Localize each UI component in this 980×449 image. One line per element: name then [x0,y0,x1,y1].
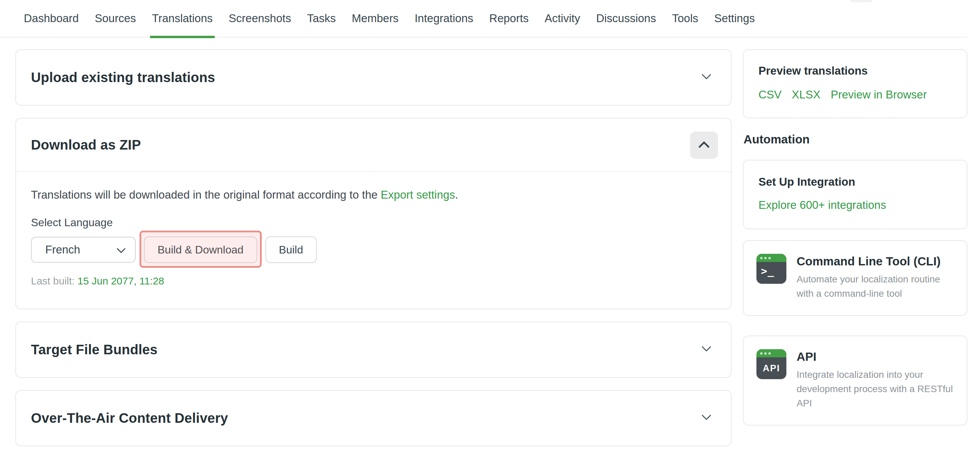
terminal-titlebar [756,254,786,262]
terminal-dot [768,257,771,259]
translations-page: { "nav": { "items": ["Dashboard", "Sourc… [0,0,980,449]
terminal-dot [760,257,762,259]
xlsx-link[interactable]: XLSX [792,88,821,101]
cli-card[interactable]: >_ Command Line Tool (CLI) Automate your… [743,240,967,316]
page-content: Upload existing translations Download as… [0,37,980,449]
chevron-down-icon [702,346,711,353]
project-nav: Dashboard Sources Translations Screensho… [0,0,967,37]
download-zip-header[interactable]: Download as ZIP [16,118,731,172]
main-column: Upload existing translations Download as… [15,50,732,449]
explore-integrations-link[interactable]: Explore 600+ integrations [759,199,886,212]
csv-link[interactable]: CSV [759,88,782,101]
language-select[interactable]: French [31,237,136,263]
nav-item-tasks[interactable]: Tasks [307,0,336,37]
download-zip-panel: Download as ZIP Translations will be dow… [15,118,732,309]
last-built-label: Last built: [31,275,75,286]
nav-item-integrations[interactable]: Integrations [414,0,473,37]
terminal-cli-icon: >_ [756,254,786,284]
upload-panel-title: Upload existing translations [31,70,215,85]
terminal-api-icon: API [756,349,786,379]
chevron-up-icon [698,141,710,149]
collapse-toggle-button[interactable] [690,131,718,159]
build-controls-row: French Build & Download Build [31,236,716,263]
download-description: Translations will be downloaded in the o… [31,189,716,201]
preview-in-browser-link[interactable]: Preview in Browser [830,88,927,101]
build-download-annotated-area: Build & Download [144,236,257,263]
api-icon-label: API [756,357,786,379]
upload-translations-panel[interactable]: Upload existing translations [15,50,732,105]
terminal-dot [768,352,771,355]
sidebar: Preview translations CSV XLSX Preview in… [743,50,967,449]
nav-item-settings[interactable]: Settings [714,0,755,37]
nav-item-reports[interactable]: Reports [489,0,529,37]
chevron-down-icon [702,415,711,422]
preview-translations-card: Preview translations CSV XLSX Preview in… [743,50,967,118]
last-built-status: Last built: 15 Jun 2077, 11:28 [31,275,716,287]
select-language-label: Select Language [31,216,716,229]
preview-translations-title: Preview translations [759,64,952,77]
ota-content-delivery-title: Over-The-Air Content Delivery [31,411,228,426]
nav-item-dashboard[interactable]: Dashboard [24,0,79,37]
automation-heading: Automation [743,133,967,146]
last-built-date: 15 Jun 2077, 11:28 [78,275,164,286]
download-zip-body: Translations will be downloaded in the o… [16,172,731,308]
nav-item-translations[interactable]: Translations [152,0,213,37]
build-button[interactable]: Build [266,236,317,263]
terminal-titlebar [756,349,786,357]
download-description-text: Translations will be downloaded in the o… [31,189,381,201]
top-edge-artifact [850,0,872,2]
preview-links-row: CSV XLSX Preview in Browser [759,88,952,101]
nav-item-members[interactable]: Members [352,0,399,37]
api-card-title: API [797,350,953,363]
set-up-integration-title: Set Up Integration [759,176,952,189]
export-settings-link[interactable]: Export settings [381,189,455,201]
nav-item-discussions[interactable]: Discussions [596,0,656,37]
terminal-dot [764,257,767,259]
nav-item-screenshots[interactable]: Screenshots [229,0,291,37]
terminal-prompt-glyph: >_ [756,262,786,277]
target-file-bundles-panel[interactable]: Target File Bundles [15,321,732,378]
cli-card-text: Command Line Tool (CLI) Automate your lo… [797,254,953,301]
ota-content-delivery-panel[interactable]: Over-The-Air Content Delivery [15,390,732,446]
cli-card-description: Automate your localization routine with … [797,272,953,301]
language-select-value: French [45,243,80,256]
build-and-download-button[interactable]: Build & Download [144,236,257,263]
chevron-down-icon [117,243,126,256]
api-card[interactable]: API API Integrate localization into your… [743,336,967,425]
download-description-period: . [455,189,458,201]
target-file-bundles-title: Target File Bundles [31,342,158,357]
download-zip-title: Download as ZIP [31,137,141,153]
terminal-dot [764,352,767,355]
set-up-integration-card: Set Up Integration Explore 600+ integrat… [743,160,967,229]
nav-item-tools[interactable]: Tools [672,0,698,37]
api-card-description: Integrate localization into your develop… [797,368,953,411]
terminal-dot [760,352,762,355]
nav-item-sources[interactable]: Sources [95,0,136,37]
nav-item-activity[interactable]: Activity [544,0,580,37]
api-card-text: API Integrate localization into your dev… [797,349,953,411]
cli-card-title: Command Line Tool (CLI) [797,254,953,268]
chevron-down-icon [702,74,711,81]
